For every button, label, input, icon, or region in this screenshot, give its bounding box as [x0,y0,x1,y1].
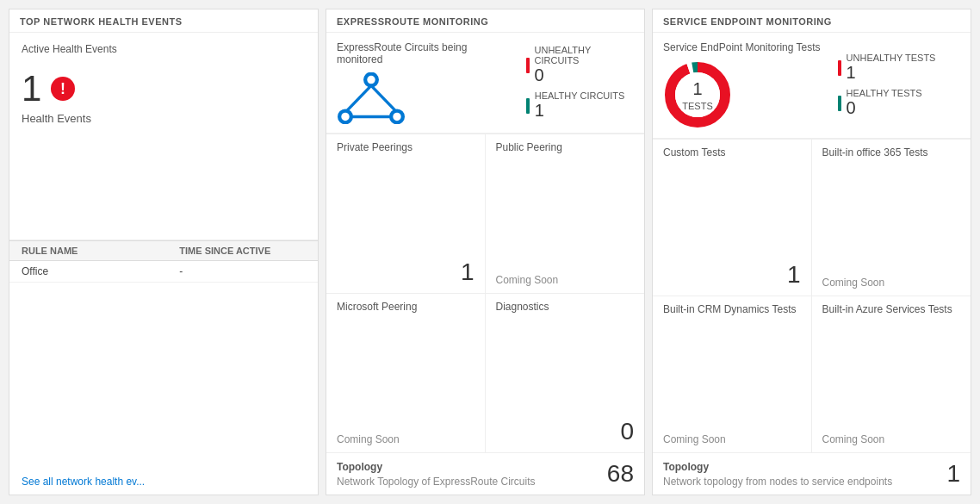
unhealthy-tests-item: UNHEALTHY TESTS 1 [838,53,936,83]
sep-topology-value: 1 [946,460,960,488]
right-panel-header: SERVICE ENDPOINT MONITORING [653,9,971,33]
custom-tests-cell[interactable]: Custom Tests 1 [653,140,812,296]
public-peering-title: Public Peering [496,141,635,153]
svg-point-4 [391,111,403,123]
health-subtitle: Active Health Events [22,43,306,55]
microsoft-peering-title: Microsoft Peering [337,301,474,313]
er-subtitle: ExpressRoute Circuits being monitored [337,41,509,65]
azure-services-tests-coming-soon: Coming Soon [822,433,961,445]
office365-tests-cell[interactable]: Built-in office 365 Tests Coming Soon [812,140,971,296]
healthy-tests-value: 0 [847,98,922,118]
health-label: Health Events [22,112,306,125]
healthy-tests-item: HEALTHY TESTS 0 [838,88,936,118]
er-grid: Private Peerings 1 Public Peering Coming… [326,134,644,452]
public-peering-cell[interactable]: Public Peering Coming Soon [486,134,645,294]
donut-container: 1 TESTS [663,60,732,129]
svg-point-2 [365,74,377,86]
er-top-section: ExpressRoute Circuits being monitored UN… [326,33,644,134]
col-rule-name: RULE NAME [22,246,179,256]
unhealthy-tests-value: 1 [847,63,936,83]
center-panel: EXPRESSROUTE MONITORING ExpressRoute Cir… [326,9,645,495]
table-row: Office - [9,261,318,283]
diagnostics-cell[interactable]: Diagnostics 0 [486,294,645,453]
office365-tests-coming-soon: Coming Soon [822,277,961,289]
unhealthy-tests-label: UNHEALTHY TESTS [847,53,936,63]
private-peerings-value: 1 [461,258,474,286]
svg-line-6 [371,85,395,110]
healthy-label: HEALTHY CIRCUITS [535,90,625,101]
unhealthy-bar [526,58,530,73]
private-peerings-title: Private Peerings [337,141,474,153]
healthy-tests-bar [838,96,841,111]
crm-tests-title: Built-in CRM Dynamics Tests [663,303,801,315]
unhealthy-label: UNHEALTHY CIRCUITS [535,45,634,65]
sep-top-section: Service EndPoint Monitoring Tests 1 TEST… [653,33,971,139]
er-topology-value: 68 [607,460,634,488]
cell-time: - [179,265,306,277]
sep-subtitle: Service EndPoint Monitoring Tests [663,41,821,53]
dashboard: TOP NETWORK HEALTH EVENTS Active Health … [0,0,980,504]
sep-legend: UNHEALTHY TESTS 1 HEALTHY TESTS 0 [838,53,936,118]
custom-tests-title: Custom Tests [663,146,801,159]
donut-label: 1 TESTS [682,78,712,112]
svg-point-3 [339,111,351,123]
er-topology-title: Topology [337,461,536,473]
col-time-since: TIME SINCE ACTIVE [179,246,306,256]
svg-line-5 [347,85,371,110]
public-peering-coming-soon: Coming Soon [496,274,635,286]
sep-topology-section[interactable]: Topology Network topology from nodes to … [653,452,971,495]
er-topology-text: Topology Network Topology of ExpressRout… [337,461,536,488]
er-topology-section[interactable]: Topology Network Topology of ExpressRout… [326,452,644,495]
left-panel-header: TOP NETWORK HEALTH EVENTS [9,9,318,33]
healthy-tests-label: HEALTHY TESTS [847,88,922,98]
center-panel-header: EXPRESSROUTE MONITORING [326,9,644,33]
error-icon: ! [50,76,76,102]
healthy-circuits-item: HEALTHY CIRCUITS 1 [526,90,634,121]
azure-services-tests-cell[interactable]: Built-in Azure Services Tests Coming Soo… [812,296,971,453]
sep-grid: Custom Tests 1 Built-in office 365 Tests… [653,139,971,452]
cell-rule: Office [22,265,179,277]
unhealthy-circuits-item: UNHEALTHY CIRCUITS 0 [526,45,634,85]
microsoft-peering-cell[interactable]: Microsoft Peering Coming Soon [326,294,486,453]
crm-tests-coming-soon: Coming Soon [663,433,801,445]
donut-label-text: TESTS [682,101,712,111]
azure-services-tests-title: Built-in Azure Services Tests [822,303,961,315]
sep-topology-text: Topology Network topology from nodes to … [663,461,892,488]
table-header-row: RULE NAME TIME SINCE ACTIVE [9,240,318,261]
donut-number: 1 [682,78,712,100]
unhealthy-tests-bar [838,60,841,76]
svg-text:!: ! [60,80,65,97]
er-topology-subtitle: Network Topology of ExpressRoute Circuit… [337,476,536,488]
crm-tests-cell[interactable]: Built-in CRM Dynamics Tests Coming Soon [653,296,812,453]
health-section: Active Health Events 1 ! Health Events [9,33,318,240]
events-table: RULE NAME TIME SINCE ACTIVE Office - [9,240,318,283]
expressroute-triangle-icon [337,72,406,124]
unhealthy-value: 0 [535,65,634,85]
healthy-value: 1 [535,101,625,121]
sep-topology-subtitle: Network topology from nodes to service e… [663,476,892,488]
right-panel: SERVICE ENDPOINT MONITORING Service EndP… [652,9,971,495]
custom-tests-value: 1 [787,261,801,289]
healthy-bar [526,98,530,114]
office365-tests-title: Built-in office 365 Tests [822,146,961,159]
health-count-row: 1 ! [22,71,306,107]
diagnostics-title: Diagnostics [496,301,635,313]
see-all-link[interactable]: See all network health ev... [9,469,318,495]
private-peerings-cell[interactable]: Private Peerings 1 [326,134,486,294]
sep-topology-title: Topology [663,461,892,473]
er-legend: UNHEALTHY CIRCUITS 0 HEALTHY CIRCUITS 1 [526,45,634,121]
health-number: 1 [22,71,41,107]
microsoft-peering-coming-soon: Coming Soon [337,433,474,445]
left-panel: TOP NETWORK HEALTH EVENTS Active Health … [9,9,319,495]
diagnostics-value: 0 [620,418,634,445]
